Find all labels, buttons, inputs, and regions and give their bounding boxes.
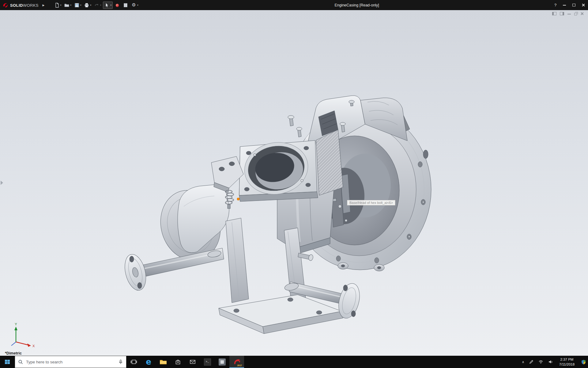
clock-date: 7/11/2018 [557,362,576,367]
left-axle-shaft[interactable] [121,248,224,293]
search-input[interactable] [26,360,115,364]
minimize-button[interactable] [560,0,569,10]
feature-pane-icon[interactable] [552,12,556,15]
doc-restore-icon[interactable] [574,13,577,15]
settings-button[interactable]: ⚙ ▾ [130,2,139,9]
maximize-icon [572,4,575,6]
tray-security-shield-icon[interactable] [581,359,586,365]
titlebar: SOLIDWORKS ▶ ▾ ▾ ▾ [0,0,588,10]
search-icon [18,359,23,365]
tray-network-icon[interactable] [538,359,543,364]
microphone-icon[interactable] [118,359,123,365]
minimize-icon [563,5,566,6]
mail-button[interactable] [185,356,200,368]
sheet-icon [123,2,128,8]
open-folder-icon [64,2,70,8]
brand-text-works: WORKS [23,3,39,8]
dropdown-caret-icon[interactable]: ▾ [100,4,101,6]
mail-icon [189,358,196,365]
edge-icon: e [146,358,151,366]
solidworks-logo: SOLIDWORKS [0,2,39,8]
dropdown-caret-icon[interactable]: ▾ [137,4,138,6]
window-controls: ? [551,0,588,10]
menu-flyout-arrow-icon[interactable]: ▶ [41,4,46,7]
print-button[interactable]: ▾ [83,2,92,9]
print-icon [84,2,89,8]
dropdown-caret-icon[interactable]: ▾ [70,4,71,6]
taskbar-clock[interactable]: 2:37 PM 7/11/2018 [557,357,576,367]
component-tooltip: Base/Head of hex bolt_ai<6> [347,200,395,205]
undo-button[interactable]: ▾ [93,2,102,9]
gear-icon: ⚙ [132,3,136,7]
save-button[interactable]: ▾ [73,2,82,9]
solidworks-taskbar-button[interactable]: 2017 [229,356,244,368]
display-pane-icon[interactable] [560,12,564,15]
solidworks-version-badge: 2017 [237,364,242,366]
undo-icon [94,2,100,8]
dropdown-caret-icon[interactable]: ▾ [110,4,111,6]
dropdown-caret-icon[interactable]: ▾ [90,4,91,6]
windows-logo-icon [4,359,10,365]
task-view-icon [130,358,137,365]
maximize-button[interactable] [569,0,579,10]
taskbar: e >_ [0,356,588,368]
system-tray: ∧ 2:37 PM 7/11/2018 [522,356,588,368]
document-window-controls [552,12,584,15]
appearance-bead-icon [115,2,120,8]
open-button[interactable]: ▾ [63,2,72,9]
file-explorer-icon [160,359,167,365]
store-icon [175,358,181,365]
select-cursor-icon [104,2,110,8]
engine-casing-model[interactable] [121,96,431,334]
tray-volume-icon[interactable] [548,359,553,364]
triad-x-label: X [32,344,35,348]
help-button[interactable]: ? [551,0,560,10]
triad-y-label: Y [15,322,17,326]
select-button[interactable]: ▾ [103,2,113,9]
taskbar-search[interactable] [15,356,126,368]
store-button[interactable] [171,356,185,368]
graphics-viewport[interactable]: Y X Base/Head of hex bolt_ai<6> *Dimetri… [0,10,588,356]
appearance-button[interactable] [114,2,121,9]
start-button[interactable] [0,356,15,368]
file-explorer-button[interactable] [156,356,171,368]
new-document-icon [54,2,60,8]
ds-logo-icon [2,2,9,8]
tray-expand-chevron-icon[interactable]: ∧ [522,360,524,364]
new-document-button[interactable]: ▾ [53,2,62,9]
save-icon [74,2,80,8]
task-view-button[interactable] [126,356,141,368]
view-orientation-label: *Dimetric [5,351,22,355]
options-sheet-button[interactable] [122,2,129,9]
brand-text-solid: SOLID [10,3,23,8]
model-canvas: Y X [0,10,588,356]
pinned-app-button[interactable] [215,356,229,368]
tray-pen-icon[interactable] [529,359,534,364]
doc-minimize-icon[interactable] [567,14,571,14]
pinned-app-icon [219,358,226,366]
orientation-triad[interactable]: Y X [11,322,35,348]
doc-close-icon[interactable] [580,12,584,15]
carburetor-flange[interactable] [239,137,318,201]
clock-time: 2:37 PM [557,357,576,362]
dropdown-caret-icon[interactable]: ▾ [60,4,62,6]
section-hatch-face[interactable] [316,130,343,195]
solidworks-window: SOLIDWORKS ▶ ▾ ▾ ▾ [0,0,588,368]
dropdown-caret-icon[interactable]: ▾ [80,4,81,6]
close-button[interactable] [579,0,588,10]
console-icon: >_ [204,358,211,366]
feature-tree-expand-arrow-icon[interactable] [1,181,3,185]
document-title: EngineCasing [Read-only] [334,0,379,10]
edge-button[interactable]: e [141,356,156,368]
close-icon [582,3,585,7]
quick-access-toolbar: ▾ ▾ ▾ ▾ [53,2,139,9]
selection-point[interactable] [237,198,239,200]
console-app-button[interactable]: >_ [200,356,215,368]
